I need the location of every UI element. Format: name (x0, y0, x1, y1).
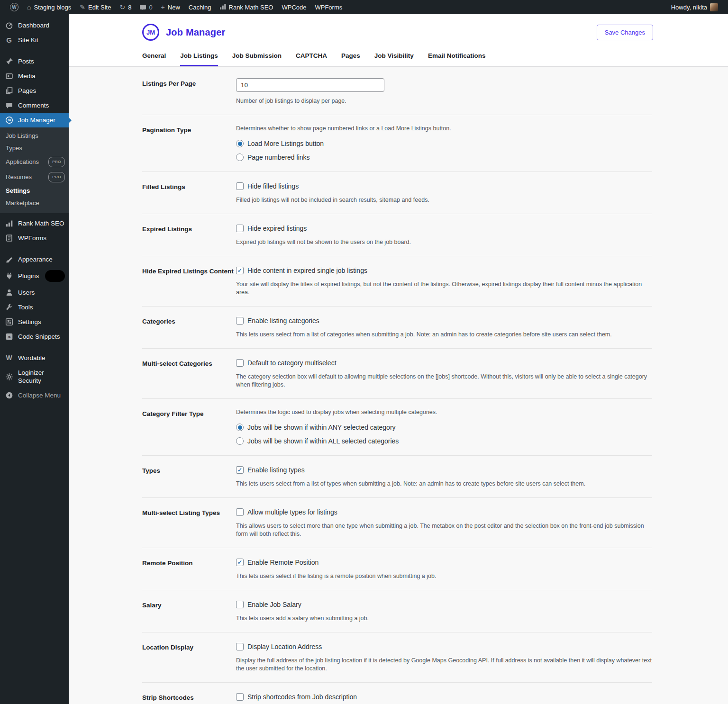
setting-description: This allows users to select more than on… (236, 522, 652, 538)
sidebar-item-settings[interactable]: Settings (0, 315, 69, 329)
sidebar-item-appearance[interactable]: Appearance (0, 252, 69, 267)
checkbox-option[interactable]: Allow multiple types for listings (236, 507, 652, 517)
checkbox[interactable] (236, 267, 244, 274)
admin-bar-site-name[interactable]: ⌂ Staging blogs (23, 0, 75, 14)
sidebar-label: Rank Math SEO (18, 219, 64, 227)
wordpress-logo-menu[interactable]: W (6, 0, 23, 14)
tab-general[interactable]: General (142, 52, 166, 66)
sidebar-item-code-snippets[interactable]: /> Code Snippets (0, 329, 69, 344)
checkbox[interactable] (236, 693, 244, 701)
checkbox-option[interactable]: Strip shortcodes from Job description (236, 692, 652, 702)
sidebar-item-posts[interactable]: Posts (0, 54, 69, 69)
sidebar-item-job-manager[interactable]: JM Job Manager (0, 113, 69, 127)
admin-bar: W ⌂ Staging blogs ✎ Edit Site ↻ 8 0 + Ne… (0, 0, 728, 14)
checkbox[interactable] (236, 643, 244, 650)
setting-label: Category Filter Type (142, 408, 236, 446)
submenu-item-types[interactable]: Types (0, 142, 69, 154)
form-document-icon (4, 234, 14, 242)
tab-job-visibility[interactable]: Job Visibility (374, 52, 414, 66)
checkbox-option[interactable]: Default to category multiselect (236, 358, 652, 368)
sidebar-item-rank-math[interactable]: Rank Math SEO (0, 216, 69, 231)
admin-bar-wpcode[interactable]: WPCode (277, 0, 310, 14)
checkbox[interactable] (236, 225, 244, 232)
admin-bar-rank-math[interactable]: Rank Math SEO (216, 0, 278, 14)
tab-job-listings[interactable]: Job Listings (180, 52, 218, 66)
checkbox[interactable] (236, 317, 244, 325)
radio-button[interactable] (236, 437, 244, 445)
radio-button[interactable] (236, 153, 244, 161)
tab-pages[interactable]: Pages (341, 52, 360, 66)
settings-form: Listings Per Page Number of job listings… (142, 67, 652, 704)
setting-label: Multi-select Listing Types (142, 507, 236, 538)
page-title: Job Manager (166, 27, 226, 38)
radio-button[interactable] (236, 140, 244, 147)
edit-pencil-icon: ✎ (80, 4, 85, 10)
bar-chart-icon (220, 4, 226, 10)
checkbox-option[interactable]: Hide expired listings (236, 224, 652, 233)
sidebar-item-collapse-menu[interactable]: Collapse Menu (0, 388, 69, 403)
new-label: New (168, 4, 180, 11)
sidebar-item-wordable[interactable]: W Wordable (0, 351, 69, 365)
checkbox[interactable] (236, 601, 244, 608)
tab-job-submission[interactable]: Job Submission (232, 52, 282, 66)
submenu-item-marketplace[interactable]: Marketplace (0, 197, 69, 209)
sidebar-item-dashboard[interactable]: Dashboard (0, 18, 69, 33)
row-categories: Categories Enable listing categories Thi… (142, 306, 652, 348)
dashboard-gauge-icon (4, 21, 14, 29)
checkbox-option[interactable]: Enable Remote Position (236, 558, 652, 567)
submenu-item-resumes[interactable]: Resumes PRO (0, 170, 69, 185)
admin-bar-new[interactable]: + New (157, 0, 184, 14)
sidebar-item-loginizer[interactable]: Loginizer Security (0, 365, 69, 388)
sidebar-item-users[interactable]: Users (0, 285, 69, 300)
checkbox[interactable] (236, 466, 244, 474)
radio-option-load-more[interactable]: Load More Listings button (236, 139, 652, 148)
save-changes-button[interactable]: Save Changes (597, 25, 653, 40)
submenu-item-job-listings[interactable]: Job Listings (0, 130, 69, 142)
submenu-item-settings-current[interactable]: Settings (0, 185, 69, 197)
admin-bar-updates[interactable]: ↻ 8 (115, 0, 136, 14)
listings-per-page-input[interactable] (236, 78, 384, 92)
wordpress-logo-icon: W (10, 3, 18, 11)
tab-email-notifications[interactable]: Email Notifications (428, 52, 486, 66)
row-listings-per-page: Listings Per Page Number of job listings… (142, 67, 652, 115)
tab-captcha[interactable]: CAPTCHA (296, 52, 327, 66)
admin-bar-my-account[interactable]: Howdy, nikita (667, 0, 722, 14)
radio-option-any-category[interactable]: Jobs will be shown if within ANY selecte… (236, 423, 652, 432)
sidebar-item-plugins[interactable]: Plugins (0, 267, 69, 285)
admin-bar-edit-site[interactable]: ✎ Edit Site (75, 0, 115, 14)
rank-math-chart-icon (4, 219, 14, 227)
sidebar-label: Site Kit (18, 36, 38, 44)
pushpin-icon (4, 57, 14, 65)
sidebar-item-wpforms[interactable]: WPForms (0, 231, 69, 245)
checkbox[interactable] (236, 559, 244, 566)
radio-button[interactable] (236, 424, 244, 431)
sidebar-item-media[interactable]: Media (0, 69, 69, 83)
admin-bar-caching[interactable]: Caching (184, 0, 216, 14)
setting-label: Expired Listings (142, 224, 236, 246)
radio-option-all-categories[interactable]: Jobs will be shown if within ALL selecte… (236, 436, 652, 446)
sidebar-item-tools[interactable]: Tools (0, 300, 69, 315)
setting-label: Location Display (142, 642, 236, 673)
sidebar-item-site-kit[interactable]: G Site Kit (0, 33, 69, 47)
checkbox-option[interactable]: Enable listing categories (236, 316, 652, 325)
submenu-item-applications[interactable]: Applications PRO (0, 154, 69, 170)
checkbox-option[interactable]: Hide filled listings (236, 181, 652, 191)
checkbox[interactable] (236, 508, 244, 516)
admin-bar-comments[interactable]: 0 (136, 0, 156, 14)
row-types: Types Enable listing types This lets use… (142, 455, 652, 497)
checkbox-option[interactable]: Hide content in expired single job listi… (236, 266, 652, 275)
site-name-label: Staging blogs (34, 4, 71, 11)
radio-option-page-numbered[interactable]: Page numbered links (236, 153, 652, 162)
checkbox[interactable] (236, 359, 244, 367)
avatar (710, 3, 718, 11)
checkbox-option[interactable]: Enable Job Salary (236, 600, 652, 609)
sidebar-label: Code Snippets (18, 333, 60, 341)
sidebar-item-pages[interactable]: Pages (0, 83, 69, 98)
checkbox-option[interactable]: Display Location Address (236, 642, 652, 651)
sidebar-item-comments[interactable]: Comments (0, 98, 69, 113)
checkbox-option[interactable]: Enable listing types (236, 465, 652, 475)
admin-bar-wpforms[interactable]: WPForms (310, 0, 346, 14)
sidebar-label: Tools (18, 303, 33, 311)
main-content: JM Job Manager Save Changes General Job … (69, 14, 728, 704)
checkbox[interactable] (236, 182, 244, 190)
